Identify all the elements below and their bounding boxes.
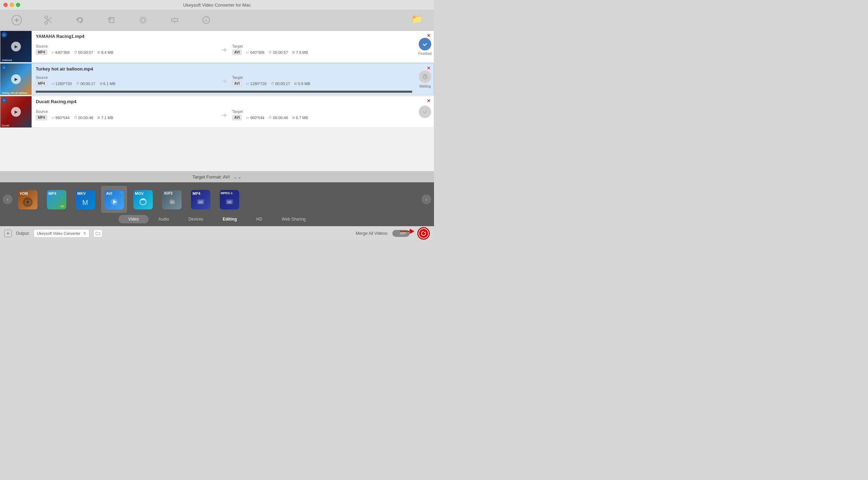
chevron-up-down-icon: ⇅: [83, 231, 86, 235]
output-select[interactable]: Ukeysoft Video Converter ⇅: [34, 229, 89, 238]
target-format: AVI: [232, 115, 242, 120]
svg-point-4: [45, 16, 48, 19]
svg-point-12: [140, 17, 147, 24]
play-button[interactable]: ▶: [11, 74, 21, 84]
svg-text:3G: 3G: [170, 200, 175, 204]
source-col: Source MP4 ▭ 640*368 ⏱ 00:00:57: [36, 44, 216, 55]
target-duration: ⏱ 00:00:48: [268, 116, 288, 120]
file-list: U ▶ YAMAHA YAMAHA Racing1.mp4 Source MP4…: [0, 31, 434, 171]
source-duration: ⏱ 00:00:48: [74, 116, 93, 120]
svg-marker-34: [424, 232, 426, 233]
source-size: ⊞ 7.1 MB: [97, 116, 113, 120]
format-panel: ‹ VOB MP4: [0, 182, 434, 226]
play-button[interactable]: ▶: [11, 42, 21, 51]
target-size: ⊞ 7.9 MB: [292, 50, 308, 55]
close-button[interactable]: [3, 3, 8, 7]
svg-text:A: A: [204, 18, 207, 23]
format-item-vob[interactable]: VOB: [15, 186, 41, 213]
minimize-button[interactable]: [10, 3, 14, 7]
source-col: Source MP4 ▭ 960*544 ⏱ 00:00:48: [36, 109, 216, 120]
format-next-button[interactable]: ›: [422, 195, 431, 204]
source-specs: MP4 ▭ 960*544 ⏱ 00:00:48 ⊞ 7.: [36, 115, 216, 120]
file-thumbnail: U ▶ Turkey, hot air balloon: [0, 64, 32, 95]
status-text: Finished: [418, 52, 432, 56]
source-label: Source: [36, 75, 216, 80]
close-file-button[interactable]: ✕: [427, 98, 432, 103]
source-target-row: Source MP4 ▭ 640*368 ⏱ 00:00:57: [36, 39, 412, 60]
format-item-mpeg1[interactable]: MPEG-1: [216, 186, 242, 213]
source-resolution: ▭ 960*544: [51, 116, 70, 120]
thumb-title-label: YAMAHA: [2, 59, 12, 61]
progress-bar: [36, 91, 412, 93]
target-label: Target: [232, 44, 412, 48]
merge-label: Merge All Videos:: [356, 231, 388, 236]
bottom-bar: + Output: Ukeysoft Video Converter ⇅ Mer…: [0, 226, 434, 240]
format-scroll-row: ‹ VOB MP4: [0, 186, 434, 213]
source-specs: MP4 ▭ 640*368 ⏱ 00:00:57 ⊞ 8.: [36, 50, 216, 55]
title-bar: Ukeysoft Video Converter for Mac: [0, 0, 434, 10]
rotate-icon[interactable]: [74, 14, 86, 26]
tab-editing[interactable]: Editing: [213, 215, 247, 223]
source-duration: ⏱ 00:00:57: [74, 50, 93, 55]
convert-button[interactable]: [417, 227, 430, 240]
arrow-right: ➜: [216, 111, 232, 119]
format-thumb-mkv: MKV M: [76, 190, 95, 209]
close-file-button[interactable]: ✕: [427, 66, 432, 71]
source-format: MP4: [36, 81, 47, 86]
app-title: Ukeysoft Video Converter for Mac: [183, 2, 251, 8]
add-file-button[interactable]: +: [4, 230, 12, 237]
add-icon[interactable]: [10, 14, 23, 26]
toolbar-icons: A: [10, 14, 212, 26]
folder-icon[interactable]: 📁: [411, 14, 424, 26]
output-label: Output:: [16, 231, 30, 236]
source-specs: MP4 ▭ 1280*720 ⏱ 00:00:17 ⊞ 6: [36, 81, 216, 86]
arrow-right: ➜: [216, 45, 232, 54]
source-size: ⊞ 6.1 MB: [100, 82, 116, 86]
play-button[interactable]: ▶: [11, 107, 21, 117]
format-item-3gp2[interactable]: 3GP2 3G: [159, 186, 185, 213]
file-thumbnail: U ▶ YAMAHA: [0, 31, 32, 62]
effects-icon[interactable]: [137, 14, 149, 26]
tab-video[interactable]: Video: [118, 215, 148, 223]
tab-web-sharing[interactable]: Web Sharing: [272, 215, 315, 223]
format-item-mkv[interactable]: MKV M: [72, 186, 98, 213]
source-target-row: Source MP4 ▭ 1280*720 ⏱ 00:00:17: [36, 72, 412, 90]
file-item-body: YAMAHA Racing1.mp4 Source MP4 ▭ 640*368 …: [32, 31, 416, 62]
watermark-icon[interactable]: A: [200, 14, 212, 26]
toolbar: A 📁: [0, 10, 434, 31]
tab-devices[interactable]: Devices: [179, 215, 213, 223]
file-item-body: Turkey hot air balloon.mp4 Source MP4 ▭ …: [32, 64, 416, 95]
convert-button-inner: [419, 229, 428, 238]
svg-point-11: [141, 18, 145, 22]
format-thumb-mov: MOV: [133, 190, 153, 209]
output-folder-button[interactable]: [93, 230, 102, 237]
gear-icon: ⚙: [120, 191, 123, 195]
close-file-button[interactable]: ✕: [427, 33, 432, 38]
tab-audio[interactable]: Audio: [149, 215, 179, 223]
target-format: AVI: [232, 81, 242, 86]
file-item: U ▶ Turkey, hot air balloon Turkey hot a…: [0, 63, 434, 95]
format-item-mov[interactable]: MOV: [130, 186, 156, 213]
file-name: Ducati Racing.mp4: [36, 99, 412, 104]
maximize-button[interactable]: [16, 3, 20, 7]
crop-icon[interactable]: [105, 14, 118, 26]
format-item-avi[interactable]: AVI ⚙: [101, 186, 127, 213]
tools-icon[interactable]: [168, 14, 181, 26]
main-content: U ▶ YAMAHA YAMAHA Racing1.mp4 Source MP4…: [0, 31, 434, 240]
target-size: ⊞ 5.9 MB: [294, 82, 310, 86]
target-duration: ⏱ 00:00:17: [271, 82, 290, 86]
thumb-title-label: Turkey, hot air balloon: [2, 92, 27, 94]
tab-hd[interactable]: HD: [247, 215, 272, 223]
svg-rect-21: [25, 200, 31, 204]
svg-text:M: M: [82, 199, 88, 206]
source-label: Source: [36, 44, 216, 48]
format-item-mp4[interactable]: MP4 4K: [43, 186, 69, 213]
target-resolution: ▭ 640*368: [246, 50, 264, 55]
format-prev-button[interactable]: ‹: [3, 195, 12, 204]
cut-icon[interactable]: [42, 14, 55, 26]
target-resolution: ▭ 1280*720: [246, 82, 266, 86]
format-item-mp4b[interactable]: MP4: [187, 186, 214, 213]
target-format-bar[interactable]: Target Format: AVI ⌄⌄: [0, 171, 434, 182]
thumb-title-label: Ducati: [2, 124, 9, 127]
format-thumb-avi: AVI ⚙: [105, 190, 124, 209]
